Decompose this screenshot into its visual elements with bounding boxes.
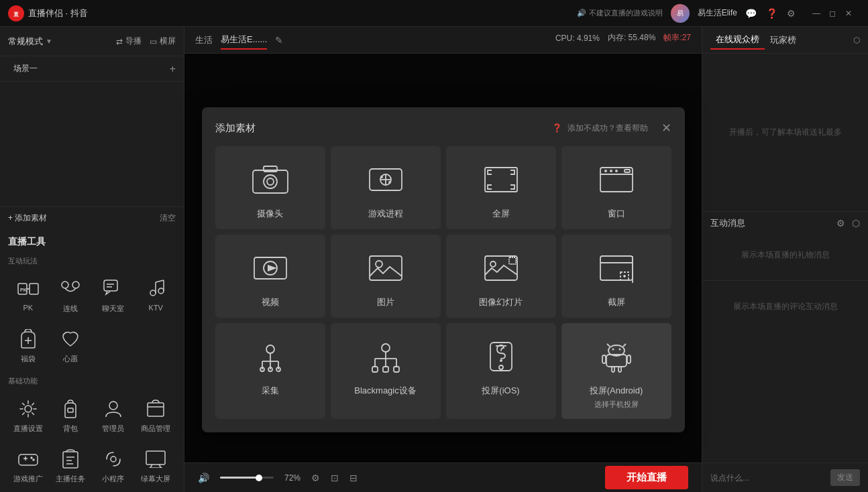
camera-label: 摄像头 <box>257 208 283 220</box>
settings-icon[interactable]: ⚙ <box>787 8 796 19</box>
interactive-settings-icon[interactable]: ⚙ <box>836 218 845 229</box>
source-blackmagic[interactable]: Blackmagic设备 <box>331 323 441 419</box>
tool-bag[interactable]: 福袋 <box>8 322 48 369</box>
svg-point-90 <box>612 349 614 351</box>
tool-game[interactable]: 游戏推广 <box>8 442 48 489</box>
interactive-expand-icon[interactable]: ⬡ <box>852 218 860 229</box>
svg-rect-95 <box>602 355 606 363</box>
fps-stat: 帧率:27 <box>663 32 691 44</box>
tool-live-settings-label: 直播设置 <box>13 424 43 434</box>
guide-button[interactable]: ⇄ 导播 <box>116 36 142 47</box>
source-capture[interactable]: 采集 <box>215 323 325 419</box>
right-sidebar: 在线观众榜 玩家榜 ⬡ 开播后，可了解本场谁送礼最多 互动消息 ⚙ ⬡ 展示本场… <box>702 27 868 492</box>
tool-goods[interactable]: 商品管理 <box>136 391 176 439</box>
basic-tools-grid: 直播设置 背包 <box>0 389 184 492</box>
svg-point-18 <box>25 406 32 412</box>
expand-right-icon[interactable]: ⬡ <box>853 36 860 45</box>
chat-input[interactable] <box>710 473 825 483</box>
source-fullscreen[interactable]: 全屏 <box>446 146 556 229</box>
interactive-comment-section: 展示本场直播的评论互动消息 <box>702 280 868 332</box>
ktv-icon <box>144 277 168 301</box>
scene-tab-1[interactable]: 场景一 <box>8 60 43 77</box>
perf-bar: CPU: 4.91% 内存: 55.48% 帧率:27 <box>555 32 691 44</box>
virtual-cam-icon[interactable]: ⊟ <box>349 473 358 483</box>
tab-player-rank[interactable]: 玩家榜 <box>765 32 802 49</box>
mixer-icon[interactable]: ⚙ <box>311 473 320 483</box>
landscape-button[interactable]: ▭ 横屏 <box>150 36 176 47</box>
modal-close-button[interactable]: ✕ <box>661 121 671 135</box>
ios-source-icon <box>481 336 521 377</box>
chat-input-bar: 发送 <box>702 463 868 492</box>
live-settings-icon <box>16 397 40 421</box>
send-button[interactable]: 发送 <box>830 469 860 486</box>
tab-elife[interactable]: 易生活E...... <box>221 31 267 50</box>
record-icon[interactable]: ⊡ <box>331 473 339 483</box>
help-icon[interactable]: ❓ <box>766 8 777 19</box>
svg-rect-57 <box>370 256 402 280</box>
manager-icon <box>101 397 125 421</box>
source-video[interactable]: 视频 <box>215 235 325 318</box>
tool-manager[interactable]: 管理员 <box>93 391 133 439</box>
tool-live-settings[interactable]: 直播设置 <box>8 391 48 439</box>
source-window[interactable]: 窗口 <box>561 146 671 229</box>
minimize-button[interactable]: — <box>812 9 821 18</box>
add-source-button[interactable]: + 添加素材 <box>8 212 47 224</box>
tools-title: 直播工具 <box>0 229 184 252</box>
tool-connect[interactable]: 连线 <box>51 271 91 319</box>
mode-selector[interactable]: 常规模式 ▼ <box>8 36 52 48</box>
camera-source-icon <box>250 160 290 200</box>
tool-task[interactable]: 主播任务 <box>51 442 91 489</box>
pk-icon: PK <box>16 277 40 301</box>
svg-rect-97 <box>612 367 614 372</box>
user-name: 易生活Elife <box>698 7 737 19</box>
svg-rect-53 <box>625 170 630 172</box>
tool-greenscreen[interactable]: 绿幕大屏 <box>136 442 176 489</box>
tool-wish[interactable]: 心愿 <box>51 322 91 369</box>
main-layout: 常规模式 ▼ ⇄ 导播 ▭ 横屏 场景一 + + 添加素材 <box>0 27 868 492</box>
close-button[interactable]: ✕ <box>844 9 853 18</box>
svg-point-52 <box>615 170 618 172</box>
tool-ktv[interactable]: KTV <box>136 271 176 319</box>
online-empty-message: 开播后，可了解本场谁送礼最多 <box>702 54 868 211</box>
edit-tab-icon[interactable]: ✎ <box>275 35 283 46</box>
restore-button[interactable]: ◻ <box>828 9 837 18</box>
interactive-section: 互动消息 ⚙ ⬡ 展示本场直播的礼物消息 <box>702 211 868 280</box>
notification-icon[interactable]: 💬 <box>745 8 757 19</box>
svg-rect-84 <box>394 367 399 372</box>
tool-pk[interactable]: PK PK <box>8 271 48 319</box>
svg-rect-96 <box>627 355 631 363</box>
svg-line-15 <box>156 280 164 282</box>
volume-slider[interactable] <box>220 477 274 479</box>
source-screenshot[interactable]: 截屏 <box>561 235 671 318</box>
mode-actions: ⇄ 导播 ▭ 横屏 <box>116 36 176 47</box>
svg-point-11 <box>150 290 156 296</box>
tool-miniapp-label: 小程序 <box>102 474 124 484</box>
tab-online-viewers[interactable]: 在线观众榜 <box>710 31 765 50</box>
tool-miniapp[interactable]: 小程序 <box>93 442 133 489</box>
source-camera[interactable]: 摄像头 <box>215 146 325 229</box>
tool-greenscreen-label: 绿幕大屏 <box>141 474 170 484</box>
blackmagic-label: Blackmagic设备 <box>354 385 416 397</box>
svg-marker-56 <box>268 265 277 271</box>
source-image[interactable]: 图片 <box>331 235 441 318</box>
svg-point-87 <box>499 365 503 369</box>
source-game[interactable]: 游戏进程 <box>331 146 441 229</box>
tab-life[interactable]: 生活 <box>195 32 213 49</box>
go-live-button[interactable]: 开始直播 <box>605 466 688 489</box>
window-source-icon <box>596 160 637 200</box>
interactive-comment-msg: 展示本场直播的评论互动消息 <box>710 286 860 326</box>
tool-chat[interactable]: 聊天室 <box>93 271 133 319</box>
right-tab-bar: 在线观众榜 玩家榜 ⬡ <box>702 27 868 54</box>
source-android[interactable]: 投屏(Android) 选择手机投屏 <box>561 323 671 419</box>
connect-icon <box>58 277 83 301</box>
clear-button[interactable]: 清空 <box>160 212 176 224</box>
tool-backpack[interactable]: 背包 <box>51 391 91 439</box>
speaker-icon: 🔊 <box>577 9 586 17</box>
volume-fill <box>220 477 259 479</box>
interact-title: 互动玩法 <box>0 252 184 269</box>
android-source-icon <box>596 336 637 377</box>
window-controls: — ◻ ✕ <box>812 9 853 18</box>
scene-add-button[interactable]: + <box>170 63 176 75</box>
source-ios[interactable]: 投屏(iOS) <box>446 323 556 419</box>
source-slideshow[interactable]: 图像幻灯片 <box>446 235 556 318</box>
